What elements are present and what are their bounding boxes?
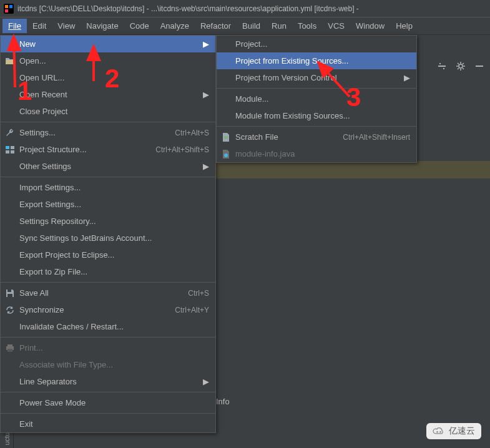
svg-rect-16 (438, 66, 446, 67)
menu-separator (1, 337, 215, 338)
folder-open-icon (5, 56, 15, 66)
submenu-arrow-icon: ▶ (203, 39, 209, 49)
shortcut-text: Ctrl+Alt+S (175, 129, 209, 137)
file-associate[interactable]: Associate with File Type... (1, 356, 215, 373)
menu-bar: File Edit View Navigate Code Analyze Ref… (0, 17, 490, 35)
svg-rect-6 (6, 150, 9, 153)
shortcut-text: Ctrl+Alt+Shift+Insert (343, 133, 410, 142)
menu-view[interactable]: View (52, 19, 81, 33)
menu-separator (1, 392, 215, 392)
svg-rect-4 (6, 146, 9, 149)
new-module-info-java[interactable]: module-info.java (217, 145, 416, 162)
svg-rect-2 (9, 5, 12, 8)
submenu-arrow-icon: ▶ (404, 73, 410, 82)
menu-code[interactable]: Code (124, 19, 155, 33)
menu-build[interactable]: Build (237, 19, 266, 33)
new-module-existing-sources[interactable]: Module from Existing Sources... (217, 107, 416, 124)
shortcut-text: Ctrl+S (188, 289, 209, 298)
svg-point-25 (439, 431, 441, 433)
svg-rect-14 (224, 138, 228, 139)
svg-rect-3 (5, 9, 8, 12)
cloud-logo-icon (433, 427, 445, 436)
menu-window[interactable]: Window (350, 19, 390, 33)
watermark-text: 亿速云 (449, 426, 475, 437)
menu-tools[interactable]: Tools (292, 19, 322, 33)
sync-icon (5, 305, 15, 315)
file-exit[interactable]: Exit (1, 416, 215, 432)
new-module[interactable]: Module... (217, 90, 416, 107)
svg-rect-18 (443, 68, 444, 69)
file-close-project[interactable]: Close Project (1, 103, 215, 120)
editor-highlight-strip (216, 161, 490, 178)
menu-separator (1, 122, 215, 122)
submenu-arrow-icon: ▶ (203, 162, 209, 171)
new-project-version-control[interactable]: Project from Version Control ▶ (217, 69, 416, 86)
svg-rect-10 (7, 344, 12, 346)
file-sync-settings[interactable]: Sync Settings to JetBrains Account... (1, 230, 215, 246)
file-settings[interactable]: Settings... Ctrl+Alt+S (1, 124, 215, 141)
svg-rect-8 (7, 290, 11, 292)
file-export-eclipse[interactable]: Export Project to Eclipse... (1, 246, 215, 263)
svg-rect-7 (11, 150, 14, 153)
toolbar-right (434, 59, 488, 74)
new-scratch-file[interactable]: Scratch File Ctrl+Alt+Shift+Insert (217, 129, 416, 145)
menu-navigate[interactable]: Navigate (81, 19, 124, 33)
file-import-settings[interactable]: Import Settings... (1, 179, 215, 196)
info-label: Info (216, 397, 230, 406)
save-icon (5, 288, 15, 298)
file-export-settings[interactable]: Export Settings... (1, 196, 215, 213)
svg-rect-5 (11, 146, 14, 149)
svg-rect-9 (7, 294, 12, 297)
file-other-settings[interactable]: Other Settings ▶ (1, 158, 215, 175)
menu-help[interactable]: Help (390, 19, 418, 33)
svg-point-24 (436, 431, 438, 433)
menu-separator (1, 282, 215, 283)
new-submenu: Project... Project from Existing Sources… (216, 35, 417, 163)
menu-separator (1, 413, 215, 414)
menu-vcs[interactable]: VCS (322, 19, 350, 33)
wrench-icon (5, 128, 15, 138)
file-open[interactable]: Open... (1, 52, 215, 69)
project-structure-icon (5, 145, 15, 155)
menu-run[interactable]: Run (266, 19, 292, 33)
svg-rect-12 (7, 349, 12, 352)
toolbar-gear-icon[interactable] (453, 59, 469, 74)
svg-rect-20 (476, 66, 483, 67)
file-invalidate-caches[interactable]: Invalidate Caches / Restart... (1, 318, 215, 335)
scratch-file-icon (221, 132, 231, 142)
file-synchronize[interactable]: Synchronize Ctrl+Alt+Y (1, 301, 215, 318)
file-menu-dropdown: New ▶ Open... Open URL... Open Recent ▶ … (0, 35, 216, 433)
svg-rect-13 (224, 137, 228, 137)
file-open-recent[interactable]: Open Recent ▶ (1, 86, 215, 103)
file-project-structure[interactable]: Project Structure... Ctrl+Alt+Shift+S (1, 141, 215, 158)
shortcut-text: Ctrl+Alt+Shift+S (155, 145, 209, 154)
file-power-save[interactable]: Power Save Mode (1, 394, 215, 411)
file-new[interactable]: New ▶ (1, 36, 215, 52)
file-export-zip[interactable]: Export to Zip File... (1, 263, 215, 280)
file-open-url[interactable]: Open URL... (1, 69, 215, 86)
menu-edit[interactable]: Edit (27, 19, 52, 33)
toolbar-minimize-icon[interactable] (471, 59, 488, 74)
title-bar: itcdns [C:\Users\DELL\Desktop\itcdns] - … (0, 0, 490, 17)
new-project[interactable]: Project... (217, 36, 416, 52)
menu-separator (1, 177, 215, 177)
new-project-existing-sources[interactable]: Project from Existing Sources... (217, 52, 416, 69)
file-save-all[interactable]: Save All Ctrl+S (1, 285, 215, 301)
app-icon (4, 4, 14, 14)
file-print[interactable]: Print... (1, 339, 215, 356)
file-settings-repository[interactable]: Settings Repository... (1, 213, 215, 230)
svg-point-15 (224, 153, 228, 157)
toolbar-divide-icon[interactable] (434, 59, 450, 74)
menu-refactor[interactable]: Refactor (195, 19, 237, 33)
menu-file[interactable]: File (2, 19, 27, 33)
svg-point-19 (459, 64, 463, 68)
submenu-arrow-icon: ▶ (203, 377, 209, 386)
shortcut-text: Ctrl+Alt+Y (175, 306, 209, 314)
menu-separator (217, 126, 416, 127)
window-title: itcdns [C:\Users\DELL\Desktop\itcdns] - … (17, 4, 359, 13)
file-line-separators[interactable]: Line Separators ▶ (1, 373, 215, 390)
printer-icon (5, 343, 15, 353)
menu-analyze[interactable]: Analyze (155, 19, 195, 33)
java-file-icon (221, 149, 231, 159)
watermark: 亿速云 (426, 423, 481, 439)
